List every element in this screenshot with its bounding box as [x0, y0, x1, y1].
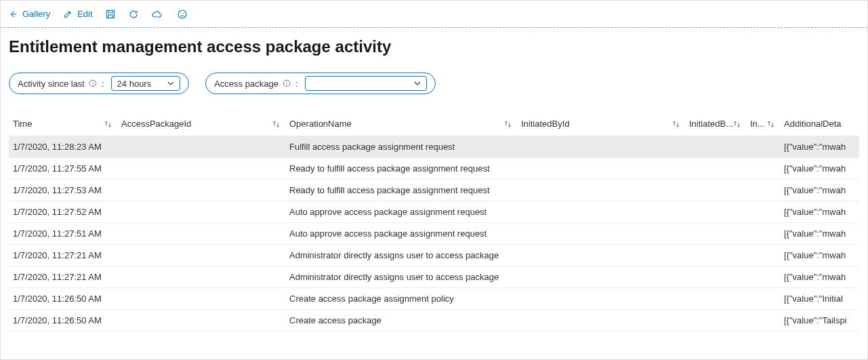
info-icon[interactable] — [89, 79, 98, 88]
sort-icon — [503, 119, 513, 129]
table-row[interactable]: 1/7/2020, 11:26:50 AMCreate access packa… — [9, 288, 859, 310]
table-row[interactable]: 1/7/2020, 11:27:51 AMAuto approve access… — [9, 223, 859, 245]
cell-iid — [517, 288, 685, 310]
chevron-down-icon — [414, 80, 421, 87]
cell-pkg — [117, 288, 285, 310]
cell-add: [{"value":"mwah — [780, 245, 859, 266]
cell-op: Create access package assignment policy — [285, 288, 517, 310]
svg-point-3 — [180, 12, 181, 13]
col-additional-details[interactable]: AdditionalDeta — [780, 113, 859, 136]
col-access-package-id-label: AccessPackageId — [121, 119, 191, 129]
col-initiated-by-label: InitiatedB... — [689, 119, 733, 129]
cell-iby — [685, 223, 746, 245]
filter-row: Activity since last : 24 hours Access pa… — [9, 73, 859, 94]
table-row[interactable]: 1/7/2020, 11:27:21 AMAdministrator direc… — [9, 266, 859, 288]
cell-pkg — [117, 201, 285, 223]
cell-time: 1/7/2020, 11:27:21 AM — [9, 245, 117, 266]
table-row[interactable]: 1/7/2020, 11:27:55 AMReady to fulfill ac… — [9, 158, 859, 180]
table-row[interactable]: 1/7/2020, 11:27:53 AMReady to fulfill ac… — [9, 180, 859, 201]
cell-iid — [517, 136, 685, 158]
col-initiated-by[interactable]: InitiatedB... — [685, 113, 746, 136]
save-icon[interactable] — [105, 9, 116, 20]
cell-in — [746, 266, 780, 288]
activity-since-label: Activity since last — [18, 79, 85, 89]
col-operation-name-label: OperationName — [289, 119, 352, 129]
cell-iid — [517, 245, 685, 266]
cell-iby — [685, 266, 746, 288]
info-icon[interactable] — [283, 79, 291, 88]
cell-in — [746, 223, 780, 245]
cell-iby — [685, 288, 746, 310]
access-package-filter: Access package : — [205, 73, 435, 94]
sort-icon — [272, 119, 281, 129]
col-operation-name[interactable]: OperationName — [285, 113, 517, 136]
svg-rect-0 — [106, 10, 114, 18]
cell-time: 1/7/2020, 11:27:55 AM — [9, 158, 117, 180]
svg-rect-1 — [108, 15, 112, 18]
edit-button[interactable]: Edit — [62, 9, 92, 20]
cell-iby — [685, 310, 746, 332]
cell-iid — [517, 201, 685, 223]
cell-add: [{"value":"mwah — [780, 136, 859, 158]
cell-add: [{"value":"mwah — [780, 201, 859, 223]
cell-iby — [685, 201, 746, 223]
smile-icon[interactable] — [177, 9, 188, 20]
colon: : — [295, 79, 298, 89]
cell-op: Auto approve access package assignment r… — [285, 201, 517, 223]
activity-since-filter: Activity since last : 24 hours — [9, 73, 189, 94]
cell-in — [746, 288, 780, 310]
cell-time: 1/7/2020, 11:27:53 AM — [9, 180, 117, 201]
table-row[interactable]: 1/7/2020, 11:26:50 AMCreate access packa… — [9, 310, 859, 332]
cell-time: 1/7/2020, 11:28:23 AM — [9, 136, 117, 158]
content-area: Entitlement management access package ac… — [1, 28, 867, 332]
cell-add: [{"value":"Initial — [780, 288, 859, 310]
page-title: Entitlement management access package ac… — [9, 37, 859, 56]
cell-iid — [517, 223, 685, 245]
refresh-icon[interactable] — [128, 9, 139, 20]
sort-icon — [671, 119, 681, 129]
cell-op: Administrator directly assigns user to a… — [285, 266, 517, 288]
cloud-icon[interactable] — [151, 9, 162, 20]
svg-point-4 — [183, 12, 184, 13]
access-package-select[interactable] — [305, 76, 427, 91]
cell-time: 1/7/2020, 11:27:21 AM — [9, 266, 117, 288]
col-time[interactable]: Time — [9, 113, 117, 136]
activity-since-select[interactable]: 24 hours — [111, 76, 181, 91]
cell-pkg — [117, 158, 285, 180]
col-additional-details-label: AdditionalDeta — [784, 119, 842, 129]
cell-iid — [517, 310, 685, 332]
col-initiated-by-id[interactable]: InitiatedById — [517, 113, 685, 136]
cell-pkg — [117, 223, 285, 245]
app-window: Gallery Edit — [0, 0, 868, 360]
cell-add: [{"value":"mwah — [780, 266, 859, 288]
toolbar: Gallery Edit — [1, 1, 867, 28]
cell-add: [{"value":"mwah — [780, 223, 859, 245]
col-access-package-id[interactable]: AccessPackageId — [117, 113, 285, 136]
table-header-row: Time AccessPackageId OperationName Initi… — [9, 113, 859, 136]
cell-iby — [685, 136, 746, 158]
table-row[interactable]: 1/7/2020, 11:28:23 AMFulfill access pack… — [9, 136, 859, 158]
col-in[interactable]: In... — [746, 113, 780, 136]
svg-point-6 — [93, 81, 94, 82]
cell-pkg — [117, 136, 285, 158]
cell-pkg — [117, 266, 285, 288]
cell-add: [{"value":"mwah — [780, 158, 859, 180]
cell-in — [746, 180, 780, 201]
table-row[interactable]: 1/7/2020, 11:27:52 AMAuto approve access… — [9, 201, 859, 223]
cell-add: [{"value":"Tailspi — [780, 310, 859, 332]
cell-in — [746, 201, 780, 223]
cell-iby — [685, 180, 746, 201]
cell-in — [746, 158, 780, 180]
sort-icon — [732, 119, 742, 129]
svg-point-2 — [178, 10, 186, 18]
cell-op: Ready to fulfill access package assignme… — [285, 180, 517, 201]
gallery-button[interactable]: Gallery — [7, 9, 50, 20]
cell-op: Fulfill access package assignment reques… — [285, 136, 517, 158]
cell-iid — [517, 266, 685, 288]
table-row[interactable]: 1/7/2020, 11:27:21 AMAdministrator direc… — [9, 245, 859, 266]
cell-op: Auto approve access package assignment r… — [285, 223, 517, 245]
results-grid: Time AccessPackageId OperationName Initi… — [9, 113, 859, 332]
cell-time: 1/7/2020, 11:26:50 AM — [9, 288, 117, 310]
access-package-label: Access package — [214, 79, 278, 89]
activity-since-value: 24 hours — [117, 79, 152, 89]
